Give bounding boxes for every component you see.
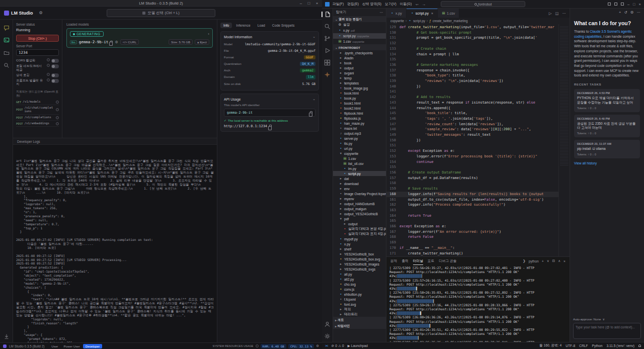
history-icon[interactable]: ↺ bbox=[624, 10, 627, 15]
chevron-down-icon[interactable]: ∨ bbox=[547, 259, 549, 263]
user-mode-option[interactable]: User bbox=[49, 344, 60, 348]
tree-item[interactable]: all2.py bbox=[333, 277, 386, 282]
info-icon[interactable]: i bbox=[56, 122, 59, 125]
tree-item[interactable]: lm.py bbox=[333, 166, 386, 171]
tree-item[interactable]: flipbook.html bbox=[333, 111, 386, 116]
toggle-switch[interactable] bbox=[51, 64, 59, 68]
tree-item[interactable]: server.py bbox=[333, 136, 386, 141]
panel-tab[interactable]: 문제 bbox=[390, 257, 397, 265]
view-all-history-link[interactable]: View all history bbox=[574, 161, 640, 165]
tree-item[interactable]: templates bbox=[333, 80, 386, 85]
tree-item[interactable]: book.py bbox=[333, 96, 386, 101]
eol-indicator[interactable]: CRLF bbox=[579, 344, 588, 347]
info-icon[interactable]: i bbox=[256, 344, 259, 347]
tree-item[interactable]: YES24GothicB_box bbox=[333, 251, 386, 256]
search-icon[interactable] bbox=[4, 62, 10, 68]
back-icon[interactable]: ← bbox=[415, 2, 419, 7]
developer-icon[interactable] bbox=[4, 37, 10, 43]
tree-item[interactable]: cho.svg bbox=[333, 282, 386, 287]
python-interpreter[interactable]: 3.11.5 ('env': venv) bbox=[606, 344, 634, 347]
copy-icon[interactable] bbox=[110, 41, 113, 44]
tree-item[interactable]: .ipynb_checkpoints bbox=[333, 50, 386, 55]
info-icon[interactable]: i bbox=[47, 73, 50, 76]
close-tab-icon[interactable]: × bbox=[431, 12, 433, 15]
tree-item[interactable]: output_malgun bbox=[333, 206, 386, 211]
tree-item[interactable]: han_maze.py bbox=[333, 121, 386, 126]
info-tab[interactable]: Code Snippets bbox=[269, 23, 298, 28]
task-card[interactable]: DECEMBER 23, 11:37 AM pip install -U oll… bbox=[574, 140, 640, 158]
info-icon[interactable]: i bbox=[56, 101, 59, 104]
new-terminal-icon[interactable]: + bbox=[542, 259, 544, 263]
run-file-icon[interactable]: ▷ bbox=[549, 11, 552, 16]
tree-item[interactable]: download bbox=[333, 181, 386, 186]
stop-server-button[interactable]: Stop (Ctrl+.) bbox=[16, 35, 59, 42]
tree-item[interactable]: YES24GothicB_svgs bbox=[333, 267, 386, 272]
minimize-icon[interactable]: – bbox=[627, 2, 629, 7]
layout-icon[interactable] bbox=[621, 3, 624, 6]
tree-item[interactable]: Aladin bbox=[333, 55, 386, 60]
tree-item[interactable]: x.py bbox=[333, 241, 386, 246]
command-search-box[interactable]: fontrobot bbox=[441, 1, 525, 7]
tree-item[interactable]: list_oll.csv bbox=[333, 161, 386, 166]
more-actions-icon[interactable]: ⋯ bbox=[562, 11, 567, 16]
tree-item[interactable]: shelf bbox=[333, 246, 386, 251]
minimap[interactable] bbox=[558, 24, 570, 256]
chevron-down-icon[interactable]: ⌄ bbox=[312, 35, 315, 39]
menu-item[interactable]: 이동(G) bbox=[400, 2, 412, 7]
curl-chip[interactable]: </> CURL bbox=[120, 39, 139, 45]
my-models-icon[interactable] bbox=[4, 50, 10, 56]
tree-item[interactable]: f.fcpxml bbox=[333, 297, 386, 302]
toggle-switch[interactable] bbox=[51, 59, 59, 63]
tree-item[interactable]: ehbutton.py bbox=[333, 292, 386, 297]
split-editor-icon[interactable]: ◫ bbox=[555, 11, 558, 16]
tree-item[interactable]: Image Overlay Project.fcpxml bbox=[333, 191, 386, 196]
breadcrumb-file[interactable]: script.py bbox=[413, 19, 425, 23]
shell-label[interactable]: python bbox=[529, 259, 539, 263]
copy-icon[interactable] bbox=[310, 111, 312, 114]
problems-indicator[interactable]: ⊘0 ⚠0 bbox=[332, 344, 344, 348]
chevron-down-icon[interactable]: ⌄ bbox=[312, 97, 315, 101]
source-control-icon[interactable] bbox=[324, 35, 331, 42]
user-mode-option[interactable]: Developer bbox=[83, 344, 102, 348]
toggle-panel-icon[interactable] bbox=[608, 3, 611, 6]
tree-item[interactable]: book1.html bbox=[333, 101, 386, 106]
chat-icon[interactable] bbox=[4, 25, 10, 31]
claude-extension-icon[interactable] bbox=[324, 71, 331, 78]
minimize-icon[interactable]: – bbox=[297, 0, 305, 6]
tree-item[interactable]: book.html bbox=[333, 91, 386, 96]
tree-item[interactable]: pdf bbox=[333, 216, 386, 221]
tree-item[interactable]: dat bbox=[333, 176, 386, 181]
open-editors-header[interactable]: ⌄ 열려 있는 편집기 bbox=[333, 16, 386, 22]
launchpad-item[interactable]: ▶Launchpad bbox=[348, 344, 368, 348]
tree-item[interactable]: myenv bbox=[333, 196, 386, 201]
outline-header[interactable]: ▸ 개요 bbox=[333, 317, 386, 323]
copy-icon[interactable] bbox=[269, 125, 272, 128]
task-input[interactable] bbox=[573, 323, 641, 339]
tree-item[interactable]: temp bbox=[333, 75, 386, 80]
breadcrumb-folder[interactable]: copywrite bbox=[390, 19, 404, 23]
code-editor[interactable]: 129def create_twitter_marketing(input_fi… bbox=[386, 24, 570, 256]
explorer-icon[interactable] bbox=[324, 11, 331, 18]
editor-tab[interactable]: script.py × bbox=[407, 9, 438, 18]
close-icon[interactable]: × bbox=[639, 2, 641, 7]
tree-item[interactable]: svgani bbox=[333, 70, 386, 75]
info-tab[interactable]: Load bbox=[255, 23, 268, 28]
forward-icon[interactable]: → bbox=[422, 2, 426, 7]
panel-tab[interactable]: 포트 bbox=[428, 257, 434, 265]
tree-item[interactable]: 테라트리 bbox=[333, 312, 386, 317]
maximize-panel-icon[interactable]: ∧ bbox=[558, 259, 560, 263]
toggle-switch[interactable] bbox=[51, 79, 59, 83]
settings-gear-icon[interactable]: ⚙ bbox=[316, 344, 319, 348]
close-panel-icon[interactable]: × bbox=[564, 259, 566, 263]
settings-gear-icon[interactable] bbox=[324, 333, 331, 339]
tree-item[interactable]: 제외 bbox=[333, 307, 386, 312]
chevron-right-icon[interactable]: › bbox=[208, 32, 209, 36]
info-icon[interactable]: i bbox=[56, 108, 59, 111]
notifications-icon[interactable] bbox=[638, 344, 641, 347]
open-editor-item[interactable]: script.py copywrite bbox=[333, 33, 386, 39]
api-identifier-chip[interactable]: gemma-2-9b-it bbox=[224, 109, 315, 117]
more-actions-icon[interactable]: ⋯ bbox=[379, 11, 383, 15]
tree-item[interactable]: YES24GothicB_images bbox=[333, 261, 386, 267]
tree-item[interactable]: output bbox=[333, 221, 386, 226]
info-icon[interactable]: i bbox=[47, 64, 50, 67]
